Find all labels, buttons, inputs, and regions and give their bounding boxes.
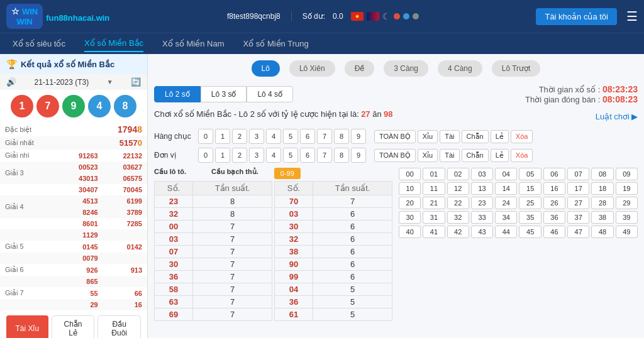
num-grid-btn[interactable]: 36	[543, 211, 565, 224]
num-grid-btn[interactable]: 03	[471, 168, 493, 180]
dau-duoi-button[interactable]: Đầu Đuôi	[97, 315, 141, 338]
dv-digit-2[interactable]: 2	[232, 148, 247, 163]
num-grid-btn[interactable]: 19	[616, 182, 638, 195]
num-grid-btn[interactable]: 00	[399, 168, 421, 180]
luat-choi-link[interactable]: Luật chơi ▶	[596, 112, 638, 121]
nav-mien-nam[interactable]: Xổ số Miền Nam	[162, 36, 224, 52]
dv-chan[interactable]: Chẵn	[462, 149, 489, 162]
num-grid-btn[interactable]: 31	[423, 211, 445, 224]
hc-digit-5[interactable]: 5	[283, 129, 298, 144]
nav-mien-trung[interactable]: Xổ số Miền Trung	[243, 36, 309, 52]
num-grid-btn[interactable]: 32	[447, 211, 469, 224]
num-grid-btn[interactable]: 11	[423, 182, 445, 195]
dv-digit-6[interactable]: 6	[300, 148, 315, 163]
account-button[interactable]: Tài khoản của tôi	[536, 8, 617, 25]
num-grid-btn[interactable]: 40	[399, 226, 421, 238]
tab-lo-xien[interactable]: Lô Xiên	[289, 60, 335, 77]
num-grid-btn[interactable]: 20	[399, 197, 421, 209]
num-grid-btn[interactable]: 26	[543, 197, 565, 209]
dv-xiu[interactable]: Xỉu	[418, 149, 438, 162]
refresh-icon[interactable]: 🔄	[131, 77, 141, 87]
hc-tai[interactable]: Tài	[440, 130, 459, 143]
hc-digit-3[interactable]: 3	[249, 129, 264, 144]
date-dropdown-icon[interactable]: ▼	[107, 79, 113, 85]
num-grid-btn[interactable]: 24	[495, 197, 517, 209]
hc-toan-bo[interactable]: TOÀN BỘ	[374, 130, 416, 143]
num-grid-btn[interactable]: 44	[495, 226, 517, 238]
dv-digit-0[interactable]: 0	[198, 148, 213, 163]
hc-digit-1[interactable]: 1	[215, 129, 230, 144]
dv-digit-1[interactable]: 1	[215, 148, 230, 163]
num-grid-btn[interactable]: 43	[471, 226, 493, 238]
dv-digit-5[interactable]: 5	[283, 148, 298, 163]
num-grid-btn[interactable]: 35	[519, 211, 541, 224]
chan-le-button[interactable]: Chẵn Lẻ	[52, 315, 95, 338]
num-grid-btn[interactable]: 04	[495, 168, 517, 180]
num-grid-btn[interactable]: 06	[543, 168, 565, 180]
nav-mien-bac[interactable]: Xổ số Miền Bắc	[84, 35, 143, 52]
dv-digit-3[interactable]: 3	[249, 148, 264, 163]
hc-digit-2[interactable]: 2	[232, 129, 247, 144]
num-grid-btn[interactable]: 45	[519, 226, 541, 238]
dv-digit-4[interactable]: 4	[266, 148, 281, 163]
hc-digit-7[interactable]: 7	[317, 129, 332, 144]
num-grid-btn[interactable]: 41	[423, 226, 445, 238]
num-grid-btn[interactable]: 17	[567, 182, 589, 195]
hc-digit-8[interactable]: 8	[334, 129, 349, 144]
num-grid-btn[interactable]: 10	[399, 182, 421, 195]
num-grid-btn[interactable]: 12	[447, 182, 469, 195]
dv-xoa[interactable]: Xóa	[511, 149, 533, 162]
num-grid-btn[interactable]: 33	[471, 211, 493, 224]
tab-lo[interactable]: Lô	[252, 60, 280, 77]
dot-blue-icon[interactable]	[403, 13, 409, 19]
hc-le[interactable]: Lẻ	[491, 130, 509, 143]
sound-icon[interactable]: 🔊	[6, 77, 16, 87]
num-grid-btn[interactable]: 42	[447, 226, 469, 238]
hc-xiu[interactable]: Xỉu	[418, 130, 438, 143]
num-grid-btn[interactable]: 46	[543, 226, 565, 238]
num-grid-btn[interactable]: 13	[471, 182, 493, 195]
hc-digit-0[interactable]: 0	[198, 129, 213, 144]
nav-sieu-toc[interactable]: Xổ số siêu tốc	[13, 36, 65, 52]
num-grid-btn[interactable]: 28	[591, 197, 613, 209]
num-grid-btn[interactable]: 39	[616, 211, 638, 224]
dot-red-icon[interactable]	[394, 13, 400, 19]
dv-le[interactable]: Lẻ	[491, 149, 509, 162]
dv-digit-8[interactable]: 8	[334, 148, 349, 163]
num-grid-btn[interactable]: 02	[447, 168, 469, 180]
num-grid-btn[interactable]: 05	[519, 168, 541, 180]
sub-tab-lo3so[interactable]: Lô 3 số	[201, 86, 247, 102]
num-grid-btn[interactable]: 07	[567, 168, 589, 180]
num-grid-btn[interactable]: 47	[567, 226, 589, 238]
moon-icon[interactable]: ☾	[382, 11, 391, 21]
num-grid-btn[interactable]: 29	[616, 197, 638, 209]
num-grid-btn[interactable]: 48	[591, 226, 613, 238]
flag-vn-icon[interactable]	[351, 12, 364, 21]
tab-3-cang[interactable]: 3 Càng	[384, 60, 428, 77]
hc-xoa[interactable]: Xóa	[511, 130, 533, 143]
num-grid-btn[interactable]: 22	[447, 197, 469, 209]
dv-digit-9[interactable]: 9	[351, 148, 366, 163]
range-button[interactable]: 0-99	[274, 168, 301, 179]
flag-en-icon[interactable]	[367, 12, 379, 21]
num-grid-btn[interactable]: 09	[616, 168, 638, 180]
tab-lo-truot[interactable]: Lô Trượt	[492, 60, 541, 77]
num-grid-btn[interactable]: 18	[591, 182, 613, 195]
num-grid-btn[interactable]: 16	[543, 182, 565, 195]
num-grid-btn[interactable]: 23	[471, 197, 493, 209]
num-grid-btn[interactable]: 38	[591, 211, 613, 224]
num-grid-btn[interactable]: 34	[495, 211, 517, 224]
dv-digit-7[interactable]: 7	[317, 148, 332, 163]
hc-digit-6[interactable]: 6	[300, 129, 315, 144]
num-grid-btn[interactable]: 01	[423, 168, 445, 180]
hc-digit-4[interactable]: 4	[266, 129, 281, 144]
tab-de[interactable]: Đề	[345, 60, 375, 77]
num-grid-btn[interactable]: 27	[567, 197, 589, 209]
num-grid-btn[interactable]: 15	[519, 182, 541, 195]
sub-tab-lo2so[interactable]: Lô 2 số	[154, 86, 201, 102]
menu-button[interactable]: ☰	[626, 9, 638, 24]
hc-chan[interactable]: Chẵn	[462, 130, 489, 143]
num-grid-btn[interactable]: 25	[519, 197, 541, 209]
dv-toan-bo[interactable]: TOÀN BỘ	[374, 149, 416, 162]
tab-4-cang[interactable]: 4 Càng	[438, 60, 482, 77]
